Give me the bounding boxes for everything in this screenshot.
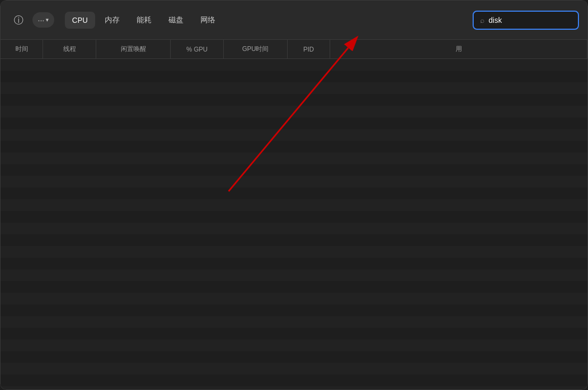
table-row: [1, 258, 587, 269]
column-header-gpu-time[interactable]: GPU时间: [224, 40, 288, 58]
toolbar: ⓘ ··· ▾ CPU 内存 能耗 磁盘 网络 ⌕: [1, 1, 587, 40]
table-row: [1, 82, 587, 94]
table-row: [1, 234, 587, 246]
table-row: [1, 199, 587, 211]
column-header-pid[interactable]: PID: [288, 40, 330, 58]
table-row: [1, 340, 587, 351]
tab-network[interactable]: 网络: [193, 11, 223, 29]
table-row: [1, 152, 587, 164]
table-row: [1, 386, 587, 389]
more-button[interactable]: ··· ▾: [32, 12, 54, 28]
table-row: [1, 269, 587, 281]
table-row: [1, 223, 587, 234]
tab-disk[interactable]: 磁盘: [161, 11, 191, 29]
table-row: [1, 246, 587, 258]
table-row: [1, 176, 587, 188]
column-header-user[interactable]: 用: [330, 40, 587, 58]
table-body: [1, 59, 587, 389]
search-box: ⌕: [473, 11, 579, 30]
table-row: [1, 293, 587, 304]
table-row: [1, 129, 587, 141]
column-header-gpu-pct[interactable]: % GPU: [171, 40, 224, 58]
tab-energy[interactable]: 能耗: [129, 11, 159, 29]
table-row: [1, 188, 587, 199]
table-row: [1, 71, 587, 82]
column-header-time[interactable]: 时间: [1, 40, 43, 58]
table-row: [1, 117, 587, 129]
table-row: [1, 328, 587, 340]
table-row: [1, 375, 587, 386]
table-row: [1, 304, 587, 316]
table-row: [1, 211, 587, 223]
table-row: [1, 363, 587, 375]
tab-cpu[interactable]: CPU: [65, 12, 96, 29]
table-header: 时间 线程 闲置唤醒 % GPU GPU时间 PID 用: [1, 40, 587, 59]
search-icon: ⌕: [480, 16, 484, 24]
search-input[interactable]: [489, 16, 563, 24]
table-row: [1, 106, 587, 117]
table-row: [1, 316, 587, 328]
table-row: [1, 59, 587, 71]
more-icon: ···: [38, 15, 45, 24]
toolbar-left: ⓘ ··· ▾: [9, 11, 54, 30]
table-row: [1, 141, 587, 152]
table-row: [1, 281, 587, 293]
nav-tabs: CPU 内存 能耗 磁盘 网络: [65, 11, 223, 29]
info-button[interactable]: ⓘ: [9, 11, 28, 30]
column-header-idle[interactable]: 闲置唤醒: [96, 40, 171, 58]
tab-memory[interactable]: 内存: [97, 11, 127, 29]
chevron-down-icon: ▾: [46, 16, 49, 23]
table-row: [1, 164, 587, 176]
column-header-thread[interactable]: 线程: [43, 40, 96, 58]
table-row: [1, 351, 587, 363]
info-icon: ⓘ: [14, 14, 23, 27]
table-row: [1, 94, 587, 106]
